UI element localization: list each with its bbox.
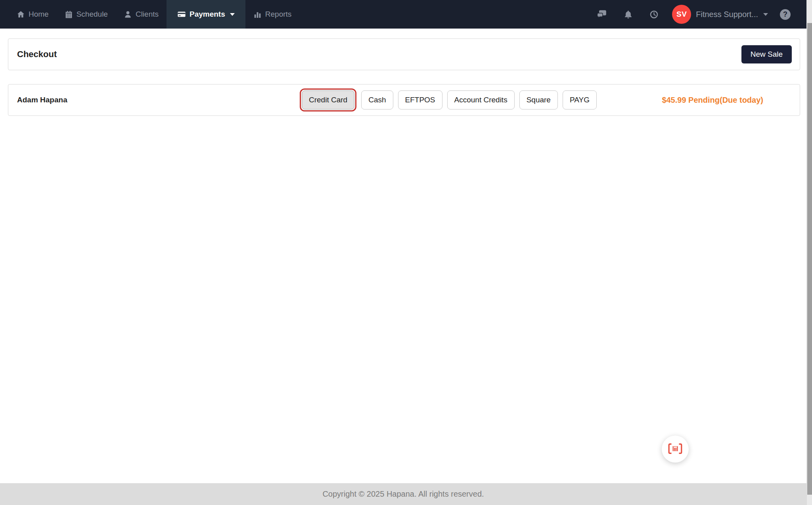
payment-method-eftpos[interactable]: EFTPOS <box>398 90 442 109</box>
payment-method-credit-card[interactable]: Credit Card <box>302 90 354 109</box>
help-icon[interactable]: ? <box>780 9 791 20</box>
bell-icon[interactable] <box>624 10 633 19</box>
payment-method-square[interactable]: Square <box>519 90 558 109</box>
nav-item-home[interactable]: Home <box>9 0 57 29</box>
nav-item-reports[interactable]: Reports <box>245 0 300 29</box>
nav-item-label: Reports <box>265 10 292 19</box>
chevron-down-icon <box>763 13 768 16</box>
home-icon <box>17 10 25 19</box>
avatar-initials: SV <box>676 10 687 19</box>
barcode-scanner-icon <box>668 443 683 456</box>
copyright-text: Copyright © 2025 Hapana. All rights rese… <box>322 490 484 499</box>
nav-item-label: Schedule <box>77 10 108 19</box>
credit-card-icon <box>177 10 186 19</box>
person-icon <box>124 10 132 19</box>
new-sale-button[interactable]: New Sale <box>741 45 792 63</box>
chevron-down-icon <box>230 13 235 16</box>
nav-item-clients[interactable]: Clients <box>116 0 167 29</box>
scrollbar-thumb[interactable] <box>807 23 812 495</box>
main-menu: Home Schedule Clients Payments Re <box>0 0 299 29</box>
nav-item-payments[interactable]: Payments <box>167 0 245 29</box>
barcode-scan-fab[interactable] <box>662 436 689 463</box>
footer: Copyright © 2025 Hapana. All rights rese… <box>0 483 806 505</box>
payment-method-account-credits[interactable]: Account Credits <box>447 90 515 109</box>
sale-row-card: Adam Hapana Credit Card Cash EFTPOS Acco… <box>8 84 800 116</box>
payment-method-cash[interactable]: Cash <box>361 90 393 109</box>
account-menu[interactable]: Fitness Support... <box>696 10 768 19</box>
top-navbar: Home Schedule Clients Payments Re <box>0 0 806 29</box>
nav-item-label: Home <box>29 10 49 19</box>
navbar-right: SV Fitness Support... ? <box>597 0 791 29</box>
account-name-label: Fitness Support... <box>696 10 758 19</box>
client-name: Adam Hapana <box>17 96 67 104</box>
nav-item-label: Payments <box>190 10 225 19</box>
calendar-icon <box>65 10 73 19</box>
checkout-header-card: Checkout New Sale <box>8 38 800 70</box>
selected-payment-ring: Credit Card <box>300 88 356 111</box>
nav-item-label: Clients <box>136 10 159 19</box>
amount-status: $45.99 Pending(Due today) <box>662 96 763 105</box>
chat-icon[interactable] <box>597 10 607 19</box>
clock-icon[interactable] <box>649 10 659 19</box>
nav-item-schedule[interactable]: Schedule <box>57 0 116 29</box>
payment-method-payg[interactable]: PAYG <box>563 90 597 109</box>
payment-method-group: Credit Card Cash EFTPOS Account Credits … <box>300 88 597 111</box>
vertical-scrollbar[interactable] <box>806 0 812 505</box>
avatar[interactable]: SV <box>672 5 691 24</box>
page-title: Checkout <box>17 49 57 60</box>
bar-chart-icon <box>253 10 262 19</box>
